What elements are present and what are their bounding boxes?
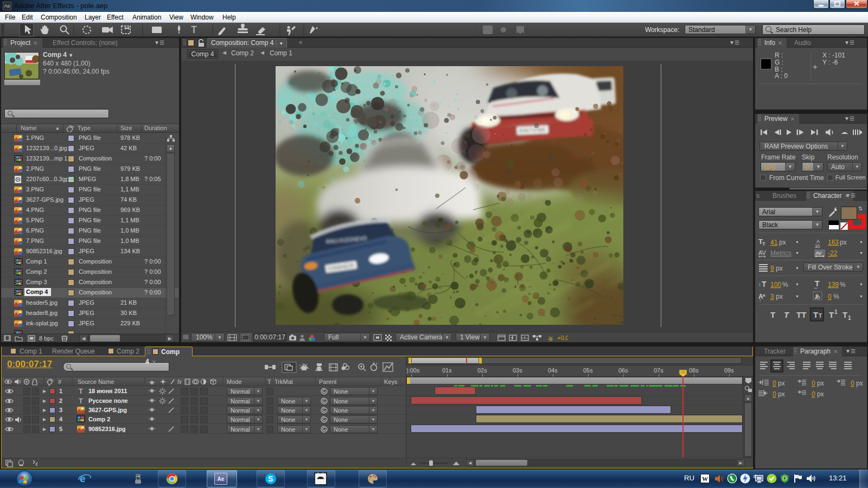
svg-text:+0,0: +0,0 — [557, 335, 568, 341]
svg-text:41: 41 — [770, 239, 778, 246]
svg-text:Source Name: Source Name — [78, 378, 114, 385]
svg-text:%: % — [782, 281, 788, 288]
svg-text:0: 0 — [812, 380, 815, 387]
svg-text:T: T — [784, 310, 790, 319]
svg-text:▼: ▼ — [795, 251, 799, 255]
svg-text:T: T — [770, 310, 775, 319]
svg-text:100: 100 — [770, 281, 781, 288]
svg-text:T: T — [829, 310, 834, 319]
svg-text:9: 9 — [770, 265, 774, 272]
svg-text:-22: -22 — [828, 249, 838, 257]
svg-text:T: T — [191, 24, 197, 35]
svg-text:#: # — [58, 378, 62, 385]
svg-text:I̲A̲: I̲A̲ — [814, 243, 820, 248]
svg-text:T: T — [79, 387, 83, 395]
svg-text:163: 163 — [828, 239, 839, 246]
svg-text:a: a — [763, 293, 765, 298]
svg-text:T: T — [762, 280, 767, 288]
svg-text:↕: ↕ — [758, 281, 761, 287]
svg-text:1: 1 — [834, 309, 838, 315]
svg-text:あ: あ — [815, 293, 820, 299]
svg-text:%: % — [840, 281, 846, 288]
svg-text:TT: TT — [796, 310, 806, 319]
svg-text:▼: ▼ — [859, 240, 863, 244]
svg-text:T: T — [267, 378, 271, 385]
svg-text:Keys: Keys — [384, 378, 398, 385]
svg-text:0: 0 — [812, 390, 815, 398]
svg-text:Parent: Parent — [319, 378, 336, 385]
svg-text:3: 3 — [770, 293, 774, 300]
svg-text:0: 0 — [773, 390, 776, 398]
svg-text:0: 0 — [851, 380, 854, 387]
svg-text:Workspace:: Workspace: — [645, 26, 679, 34]
svg-text:T: T — [762, 241, 765, 247]
svg-text:S: S — [268, 474, 273, 483]
svg-text:px: px — [778, 380, 785, 387]
svg-text:▼: ▼ — [795, 240, 799, 244]
svg-text:%: % — [833, 293, 839, 300]
svg-text:px: px — [840, 239, 847, 246]
svg-text:▼: ▼ — [795, 266, 799, 270]
svg-text:▼: ▼ — [859, 282, 863, 286]
svg-text:px: px — [856, 380, 863, 387]
svg-text:▼: ▼ — [859, 294, 863, 298]
svg-text:AV: AV — [758, 249, 767, 256]
svg-text:▼: ▼ — [859, 251, 863, 255]
svg-text:px: px — [817, 380, 824, 387]
svg-text:1: 1 — [848, 315, 851, 321]
svg-text:-◉-: -◉- — [148, 380, 156, 385]
svg-text:px: px — [778, 390, 785, 398]
svg-text:↑: ↑ — [759, 298, 761, 301]
svg-text:TrkMat: TrkMat — [275, 378, 293, 385]
svg-text:8 bpc: 8 bpc — [39, 335, 54, 342]
svg-text:T: T — [843, 310, 847, 319]
svg-text:↔: ↔ — [813, 285, 818, 290]
svg-text:px: px — [817, 390, 824, 398]
svg-text:0: 0 — [773, 380, 776, 387]
svg-text:T: T — [813, 310, 818, 319]
svg-text:▼: ▼ — [795, 294, 799, 298]
svg-text:Mode: Mode — [227, 378, 242, 385]
svg-text:AV: AV — [815, 251, 821, 256]
svg-text:Metrics: Metrics — [770, 249, 792, 257]
svg-text:T: T — [79, 397, 83, 404]
svg-text:px: px — [776, 265, 783, 272]
svg-text:px: px — [779, 239, 786, 246]
svg-text:T: T — [819, 313, 822, 319]
svg-text:▼: ▼ — [795, 282, 799, 286]
svg-text:fx: fx — [177, 379, 182, 385]
svg-text:139: 139 — [828, 281, 839, 288]
svg-text:px: px — [776, 293, 783, 300]
svg-text:0: 0 — [828, 293, 832, 300]
